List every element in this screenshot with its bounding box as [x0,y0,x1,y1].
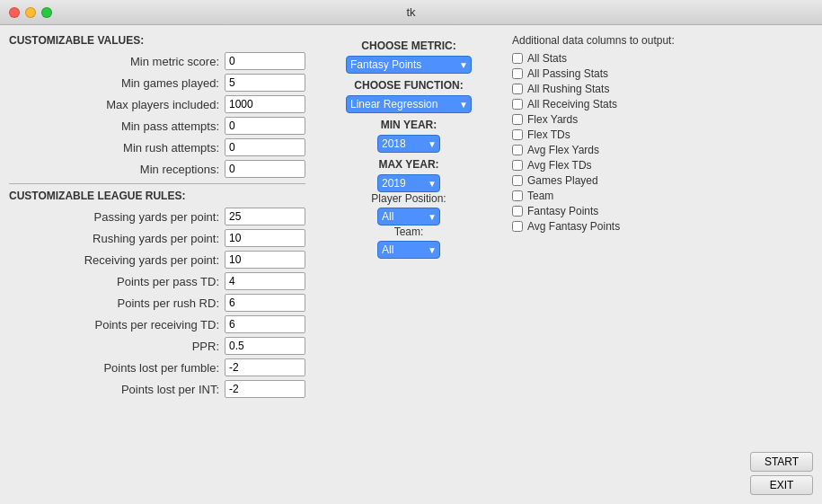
rule-input-8[interactable] [225,380,305,398]
field-input-5[interactable] [225,160,305,178]
rule-input-2[interactable] [225,251,305,269]
rule-row: Rushing yards per point: [9,229,305,247]
field-row: Min rush attempts: [9,138,305,156]
checkbox-7[interactable] [512,160,523,171]
min-year-title: MIN YEAR: [381,119,437,131]
rule-input-3[interactable] [225,272,305,290]
checkbox-3[interactable] [512,99,523,110]
checkbox-1[interactable] [512,68,523,79]
checkbox-9[interactable] [512,190,523,201]
divider [9,183,305,184]
checkbox-label-3: All Receiving Stats [527,98,617,111]
checkbox-row: All Passing Stats [512,67,813,80]
function-select[interactable]: Linear RegressionRidgeLasso [346,95,472,113]
rule-label-6: PPR: [75,340,219,353]
rule-row: Points lost per INT: [9,380,305,398]
customizable-values-title: CUSTOMIZABLE VALUES: [9,34,305,47]
field-row: Min receptions: [9,160,305,178]
max-year-select[interactable]: 2016201720182019 [377,174,440,192]
minimize-button[interactable] [25,7,36,18]
rule-label-1: Rushing yards per point: [75,232,219,245]
min-year-select-wrapper[interactable]: 2016201720182019 ▼ [377,135,440,153]
choose-function-title: CHOOSE FUNCTION: [354,79,463,92]
max-year-select-wrapper[interactable]: 2016201720182019 ▼ [377,174,440,192]
checkbox-row: Avg Fantasy Points [512,220,813,233]
checkbox-2[interactable] [512,84,523,94]
rule-row: Points per receiving TD: [9,315,305,333]
checkbox-label-4: Flex Yards [527,113,578,126]
field-label-2: Max players included: [75,98,219,111]
field-input-1[interactable] [225,74,305,92]
main-content: CUSTOMIZABLE VALUES: Min metric score: M… [0,25,822,504]
close-button[interactable] [9,7,20,18]
rule-input-6[interactable] [225,337,305,355]
team-select-wrapper[interactable]: All ▼ [377,241,440,259]
league-rules-title: CUSTOMIZABLE LEAGUE RULES: [9,190,305,202]
rule-input-0[interactable] [225,208,305,225]
checkbox-0[interactable] [512,53,523,64]
checkbox-label-11: Avg Fantasy Points [527,220,620,233]
checkbox-row: All Receiving Stats [512,98,813,111]
checkbox-label-6: Avg Flex Yards [527,144,599,156]
checkbox-8[interactable] [512,175,523,186]
checkbox-label-8: Games Played [527,174,598,187]
rule-row: Passing yards per point: [9,208,305,225]
checkbox-5[interactable] [512,129,523,140]
checkbox-row: Fantasy Points [512,205,813,217]
rule-row: Points per pass TD: [9,272,305,290]
player-position-select-wrapper[interactable]: AllQBRBWRTE ▼ [377,208,440,225]
checkbox-row: All Stats [512,52,813,65]
rule-label-4: Points per rush RD: [75,296,219,310]
player-position-label: Player Position: [371,192,446,205]
checkbox-label-9: Team [527,190,553,202]
checkbox-4[interactable] [512,114,523,125]
field-input-2[interactable] [225,95,305,113]
window-controls [9,7,52,18]
rule-row: PPR: [9,337,305,355]
min-year-select[interactable]: 2016201720182019 [377,135,440,153]
checkbox-label-2: All Rushing Stats [527,83,609,95]
checkbox-row: Flex TDs [512,128,813,141]
rule-row: Receiving yards per point: [9,251,305,269]
checkbox-11[interactable] [512,221,523,232]
left-column: CUSTOMIZABLE VALUES: Min metric score: M… [9,34,305,495]
checkbox-label-1: All Passing Stats [527,67,608,80]
maximize-button[interactable] [41,7,52,18]
checkbox-label-5: Flex TDs [527,128,570,141]
team-select[interactable]: All [377,241,440,259]
fields-container: Min metric score: Min games played: Max … [9,52,305,178]
start-button[interactable]: START [750,452,813,472]
checkbox-10[interactable] [512,206,523,217]
checkbox-label-10: Fantasy Points [527,205,598,217]
field-input-0[interactable] [225,52,305,70]
rule-input-5[interactable] [225,315,305,333]
max-year-title: MAX YEAR: [378,158,438,171]
middle-column: CHOOSE METRIC: Fantasy PointsRush YardsP… [314,34,503,495]
title-bar: tk [0,0,822,25]
rule-input-4[interactable] [225,294,305,312]
player-position-select[interactable]: AllQBRBWRTE [377,208,440,225]
rule-row: Points per rush RD: [9,294,305,312]
field-input-3[interactable] [225,117,305,135]
field-input-4[interactable] [225,138,305,156]
checkbox-row: Team [512,190,813,202]
field-label-4: Min rush attempts: [75,141,219,155]
checkbox-6[interactable] [512,145,523,155]
function-select-wrapper[interactable]: Linear RegressionRidgeLasso ▼ [346,95,472,113]
rule-label-8: Points lost per INT: [75,383,219,396]
rule-row: Points lost per fumble: [9,358,305,376]
rule-label-5: Points per receiving TD: [75,318,219,332]
bottom-buttons: START EXIT [512,452,813,495]
rule-input-7[interactable] [225,358,305,376]
rule-input-1[interactable] [225,229,305,247]
metric-select-wrapper[interactable]: Fantasy PointsRush YardsPass YardsRecept… [346,56,472,74]
rules-container: Passing yards per point: Rushing yards p… [9,208,305,398]
field-label-3: Min pass attempts: [75,119,219,133]
rule-label-0: Passing yards per point: [75,210,219,224]
checkbox-label-0: All Stats [527,52,567,65]
field-row: Min metric score: [9,52,305,70]
exit-button[interactable]: EXIT [750,475,813,495]
choose-metric-title: CHOOSE METRIC: [361,40,455,52]
rule-label-7: Points lost per fumble: [75,361,219,375]
metric-select[interactable]: Fantasy PointsRush YardsPass YardsRecept… [346,56,472,74]
